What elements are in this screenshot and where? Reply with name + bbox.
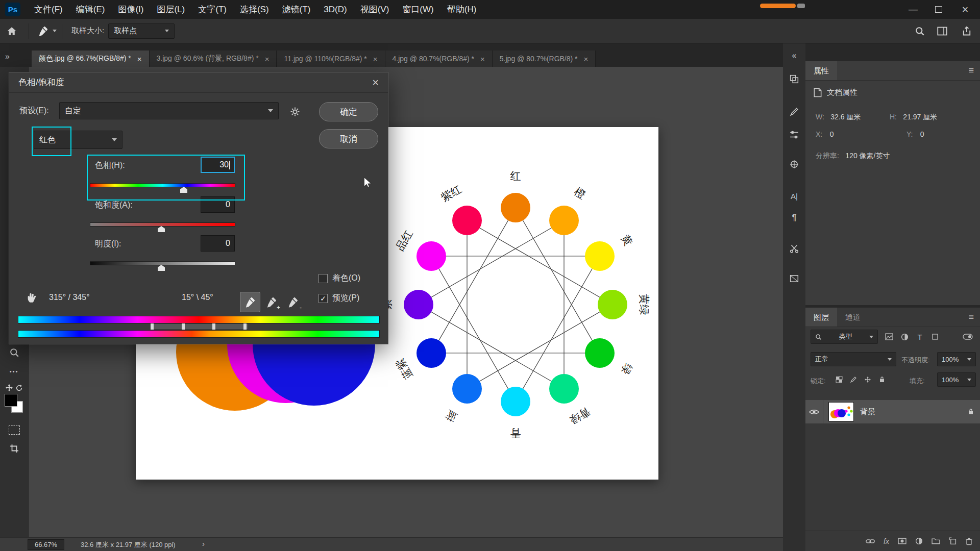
menu-image[interactable]: 图像(I) (111, 1, 150, 19)
resolution-value[interactable]: 120 像素/英寸 (845, 152, 890, 160)
menu-window[interactable]: 窗口(W) (396, 1, 440, 19)
tab-properties[interactable]: 属性 (805, 61, 837, 80)
tab-close-icon[interactable]: × (480, 55, 485, 63)
filter-toggle-icon[interactable] (962, 331, 974, 343)
layer-lock-icon[interactable] (968, 408, 974, 415)
height-value[interactable]: 21.97 厘米 (903, 113, 937, 121)
menu-filter[interactable]: 滤镜(T) (276, 1, 317, 19)
lightness-slider[interactable] (90, 261, 235, 265)
colorize-checkbox[interactable]: 着色(O) (318, 273, 360, 284)
add-mask-icon[interactable] (898, 538, 906, 544)
zoom-level-input[interactable]: 66.67% (28, 539, 64, 550)
scissors-icon[interactable] (783, 241, 805, 256)
menu-file[interactable]: 文件(F) (28, 1, 69, 19)
menu-edit[interactable]: 编辑(E) (69, 1, 112, 19)
delete-layer-icon[interactable] (965, 537, 973, 545)
eyedropper-button[interactable] (240, 292, 260, 312)
adjustment-layer-icon[interactable] (915, 537, 923, 545)
panel-menu-icon[interactable]: ≡ (968, 65, 974, 76)
sample-size-select[interactable]: 取样点 (108, 23, 175, 39)
lock-transparency-icon[interactable] (833, 373, 845, 386)
scrubby-hand-icon[interactable] (24, 290, 40, 305)
brush-settings-icon[interactable] (783, 104, 805, 119)
saturation-input[interactable]: 0 (201, 196, 235, 213)
filter-adjustment-icon[interactable] (898, 331, 911, 343)
dialog-close-icon[interactable]: × (372, 76, 379, 89)
hue-slider[interactable] (90, 183, 235, 187)
libraries-icon[interactable] (783, 71, 805, 87)
x-value[interactable]: 0 (830, 130, 834, 138)
home-icon[interactable] (0, 27, 23, 36)
doc-tab-1[interactable]: 颜色.jpg @ 66.7%(RGB/8#) * × (32, 51, 150, 67)
tab-layers[interactable]: 图层 (805, 308, 837, 327)
doc-tab-2[interactable]: 3.jpg @ 60.6% (背景, RGB/8#) * × (150, 51, 277, 67)
lock-position-icon[interactable] (862, 373, 874, 386)
expand-tabs-icon[interactable]: » (5, 52, 10, 61)
hue-slider-handle[interactable] (180, 187, 187, 193)
hue-range-track[interactable] (151, 324, 248, 329)
range-handle-inner-right[interactable] (212, 323, 215, 330)
doc-tab-3[interactable]: 11.jpg @ 110%(RGB/8#) * × (277, 51, 385, 67)
search-icon[interactable] (909, 26, 931, 36)
minimize-button[interactable]: — (900, 0, 926, 19)
close-button[interactable]: × (952, 0, 978, 19)
edit-toolbar-icon[interactable]: ••• (0, 363, 28, 380)
character-panel-icon[interactable]: A| (783, 188, 805, 204)
preview-checkbox[interactable]: ✓ 预览(P) (318, 293, 359, 304)
dialog-title-bar[interactable]: 色相/饱和度 × (9, 72, 388, 93)
lock-pixels-icon[interactable] (847, 373, 860, 386)
status-chevron-icon[interactable]: › (202, 539, 205, 548)
ok-button[interactable]: 确定 (319, 102, 378, 121)
foreground-color-swatch[interactable] (5, 394, 17, 407)
preset-gear-icon[interactable] (287, 104, 303, 119)
color-swatches[interactable] (5, 394, 24, 414)
tab-close-icon[interactable]: × (584, 55, 589, 63)
subtract-from-sample-eyedropper-button[interactable]: - (283, 292, 303, 312)
blend-mode-select[interactable]: 正常 (811, 352, 896, 366)
doc-tab-5[interactable]: 5.jpg @ 80.7%(RGB/8) * × (493, 51, 596, 67)
link-layers-icon[interactable] (866, 539, 875, 544)
photoshop-logo[interactable]: Ps (5, 3, 20, 16)
eyedropper-tool-icon[interactable] (34, 26, 52, 36)
filter-pixel-layers-icon[interactable] (883, 331, 895, 343)
y-value[interactable]: 0 (920, 130, 924, 138)
marquee-tool-icon[interactable] (0, 422, 28, 438)
channel-select[interactable]: 红色 (34, 131, 122, 149)
new-group-icon[interactable] (932, 538, 940, 544)
new-layer-icon[interactable] (949, 537, 957, 545)
layer-thumbnail[interactable] (828, 402, 854, 421)
preset-select[interactable]: 自定 (59, 102, 279, 119)
saturation-slider-handle[interactable] (158, 226, 165, 232)
tab-channels[interactable]: 通道 (837, 308, 869, 327)
lightness-slider-handle[interactable] (158, 265, 165, 271)
checkbox-checked[interactable]: ✓ (318, 294, 328, 303)
checkbox-unchecked[interactable] (318, 274, 328, 283)
tab-close-icon[interactable]: × (373, 55, 378, 63)
lock-all-icon[interactable] (876, 373, 888, 386)
cancel-button[interactable]: 取消 (319, 129, 378, 148)
collapse-panels-icon[interactable]: « (783, 48, 805, 63)
share-icon[interactable] (953, 26, 980, 36)
zoom-tool-icon[interactable] (0, 344, 28, 361)
doc-tab-4[interactable]: 4.jpg @ 80.7%(RGB/8#) * × (385, 51, 493, 67)
adjustments-icon[interactable] (783, 127, 805, 142)
panel-menu-icon[interactable]: ≡ (968, 312, 974, 322)
frame-tool-icon[interactable] (783, 271, 805, 286)
tab-close-icon[interactable]: × (137, 55, 142, 63)
menu-type[interactable]: 文字(T) (191, 1, 233, 19)
crop-tool-icon[interactable] (0, 440, 28, 457)
range-handle-outer-left[interactable] (151, 323, 154, 330)
width-value[interactable]: 32.6 厘米 (830, 113, 861, 121)
hue-saturation-dialog[interactable]: 色相/饱和度 × 预设(E): 自定 确定 取消 红色 色相(H): 30 饱和… (9, 72, 388, 344)
range-handle-inner-left[interactable] (182, 323, 185, 330)
saturation-slider[interactable] (90, 222, 235, 227)
menu-select[interactable]: 选择(S) (233, 1, 276, 19)
lightness-input[interactable]: 0 (201, 235, 235, 252)
filter-shape-layers-icon[interactable] (929, 331, 941, 343)
range-handle-outer-right[interactable] (243, 323, 247, 330)
layer-visibility-toggle[interactable] (805, 400, 823, 423)
restore-button[interactable] (926, 0, 951, 19)
fill-select[interactable]: 100% (937, 372, 976, 387)
hue-input[interactable]: 30 (201, 157, 235, 173)
clone-source-icon[interactable] (783, 157, 805, 172)
